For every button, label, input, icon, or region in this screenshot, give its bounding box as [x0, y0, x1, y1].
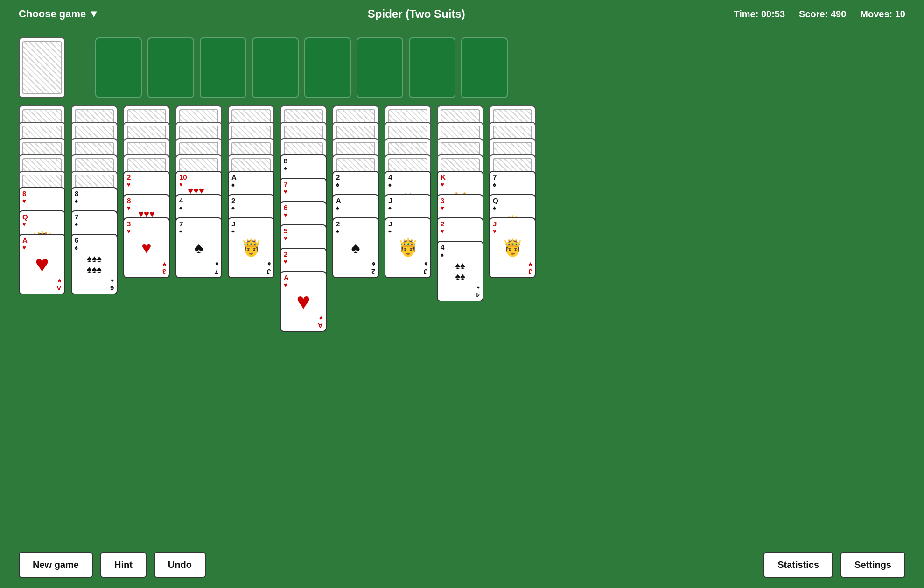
- column-10: 7♠ ♠ 7♠ Q♠ 👸 Q♠ J♥ 🤴 J♥: [489, 105, 536, 278]
- undo-button[interactable]: Undo: [154, 552, 206, 578]
- header: Choose game ▼ Spider (Two Suits) Time: 0…: [0, 0, 924, 28]
- column-5: A♠ ♠ A♠ 2♠ ♠ 2♠ J♠ 🤴 J♠: [228, 105, 274, 278]
- time-display: Time: 00:53: [734, 9, 785, 20]
- stock-pile[interactable]: [19, 37, 65, 98]
- foundation-3[interactable]: [200, 37, 246, 98]
- foundation-7[interactable]: [409, 37, 455, 98]
- foundation-4[interactable]: [252, 37, 299, 98]
- foundation-1[interactable]: [95, 37, 142, 98]
- card-4S3[interactable]: 4♠ ♠♠♠♠ 4♠: [437, 241, 483, 301]
- new-game-button[interactable]: New game: [19, 552, 93, 578]
- statistics-button[interactable]: Statistics: [763, 552, 833, 578]
- column-9: K♥ 👑 K♥ 3♥ ♥ 3♥ 2♥ ♥ 2♥ 4♠ ♠♠♠♠ 4♠: [437, 105, 483, 301]
- settings-button[interactable]: Settings: [840, 552, 905, 578]
- choose-game-label: Choose game ▼: [19, 8, 99, 20]
- card-6S[interactable]: 6♠ ♠♠♠♠♠♠ 6♠: [71, 234, 118, 294]
- column-8: 4♠ ♠♠♠♠ 4♠ J♠ ♠ J♠ J♠ 🤴 J♠: [385, 105, 431, 278]
- column-1: 8♥ ♥ 8♥ Q♥ 👸 Q♥ A♥ ♥ A♥: [19, 105, 65, 294]
- card-JS[interactable]: J♠ 🤴 J♠: [228, 217, 274, 278]
- stock-card[interactable]: [19, 37, 65, 98]
- footer-right: Statistics Settings: [763, 552, 905, 578]
- card-3H[interactable]: 3♥ ♥ 3♥: [123, 217, 170, 278]
- game-title: Spider (Two Suits): [99, 7, 734, 21]
- column-7: 2♠ ♠ 2♠ A♠ ♠ A♠ 2♠ ♠ 2♠: [332, 105, 379, 278]
- card-JH[interactable]: J♥ 🤴 J♥: [489, 217, 536, 278]
- foundation-2[interactable]: [147, 37, 194, 98]
- column-2: 8♠ ♠ 8♠ 7♠ ♠ 7♠ 6♠ ♠♠♠♠♠♠ 6♠: [71, 105, 118, 294]
- column-4: 10♥ ♥♥♥♥♥♥♥♥♥♥ 10♥ 4♠ ♠♠♠♠ 4♠ 7♠ ♠ 7♠: [175, 105, 222, 278]
- footer-left: New game Hint Undo: [19, 552, 206, 578]
- game-area: 8♥ ♥ 8♥ Q♥ 👸 Q♥ A♥ ♥ A♥ 8♠: [0, 28, 924, 541]
- foundation-5[interactable]: [304, 37, 351, 98]
- game-stats: Time: 00:53 Score: 490 Moves: 10: [734, 9, 905, 20]
- choose-game-button[interactable]: Choose game ▼: [19, 8, 99, 20]
- foundation-8[interactable]: [461, 37, 508, 98]
- columns: 8♥ ♥ 8♥ Q♥ 👸 Q♥ A♥ ♥ A♥ 8♠: [19, 105, 905, 332]
- footer: New game Hint Undo Statistics Settings: [0, 541, 924, 588]
- moves-display: Moves: 10: [860, 9, 905, 20]
- column-6: 8♠ ♠ 8♠ 7♥ ♥ 7♥ 6♥ ♥ 6♥ 5♥ ♥ 5♥ 2♥ ♥: [280, 105, 327, 332]
- card-JS3[interactable]: J♠ 🤴 J♠: [385, 217, 431, 278]
- foundation-6[interactable]: [357, 37, 403, 98]
- score-display: Score: 490: [799, 9, 846, 20]
- column-3: 2♥ ♥ 2♥ 8♥ ♥♥♥♥♥♥♥♥ 8♥ 3♥ ♥ 3♥: [123, 105, 170, 278]
- top-row: [19, 37, 905, 98]
- card-AH2[interactable]: A♥ ♥ A♥: [280, 271, 327, 332]
- card-AH[interactable]: A♥ ♥ A♥: [19, 234, 65, 294]
- card-2S3[interactable]: 2♠ ♠ 2♠: [332, 217, 379, 278]
- card-7S2[interactable]: 7♠ ♠ 7♠: [175, 217, 222, 278]
- hint-button[interactable]: Hint: [100, 552, 147, 578]
